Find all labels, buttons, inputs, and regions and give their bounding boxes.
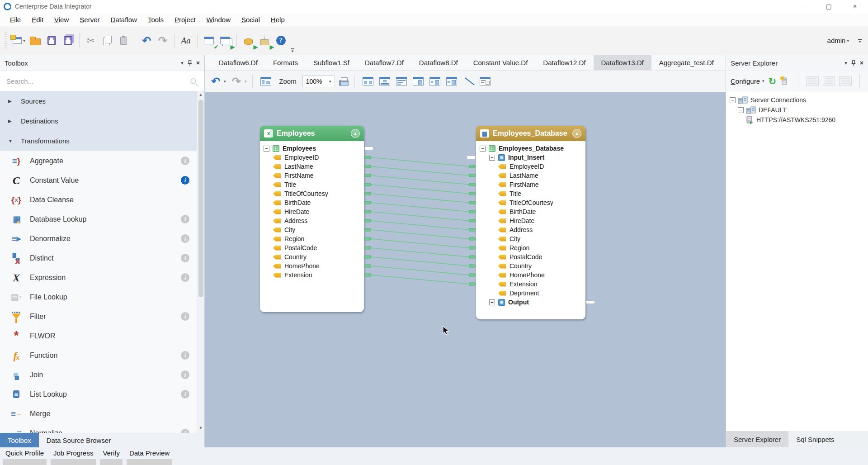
destination-field-row[interactable]: Region <box>476 243 585 252</box>
destination-node-header[interactable]: ▦ Employees_Database ▲ <box>476 126 585 141</box>
minimize-button[interactable]: — <box>789 0 816 13</box>
collapse-node-icon[interactable]: ▲ <box>351 129 360 138</box>
mapped-port[interactable] <box>469 256 476 259</box>
source-node-employees[interactable]: x Employees ▲ −EmployeesEmployeeIDLastNa… <box>260 126 364 312</box>
menu-item-social[interactable]: Social <box>236 14 265 26</box>
source-field-row[interactable]: City <box>260 225 364 234</box>
toolbox-item-denormalize[interactable]: ≡▶Denormalizei <box>0 229 197 248</box>
source-field-row[interactable]: PostalCode <box>260 243 364 252</box>
open-button[interactable] <box>28 33 42 48</box>
mapped-port[interactable] <box>469 165 476 168</box>
status-tab-quick-profile[interactable]: Quick Profile <box>3 449 47 465</box>
save-all-button[interactable] <box>61 33 75 48</box>
menu-item-window[interactable]: Window <box>201 14 236 26</box>
destination-field-row[interactable]: PostalCode <box>476 252 585 261</box>
mapped-port[interactable] <box>469 274 476 277</box>
destination-field-row[interactable]: TitleOfCourtesy <box>476 198 585 207</box>
scroll-up-icon[interactable]: ▲ <box>199 92 203 99</box>
destination-node-employees-database[interactable]: ▦ Employees_Database ▲ −Employees_Databa… <box>476 126 585 319</box>
mapped-port[interactable] <box>364 247 371 250</box>
toolbar-options-button[interactable]: ▾ <box>856 37 863 44</box>
menu-item-tools[interactable]: Tools <box>142 14 169 26</box>
mapped-port[interactable] <box>364 265 371 268</box>
collapse-icon[interactable]: − <box>738 107 744 113</box>
unmapped-port[interactable] <box>364 147 373 150</box>
toolbox-item-distinct[interactable]: ▚xDistincti <box>0 248 197 268</box>
mapped-port[interactable] <box>364 274 371 277</box>
mapped-port[interactable] <box>469 237 476 241</box>
undo-icon[interactable]: ↶ <box>211 76 220 87</box>
straight-links-icon[interactable] <box>463 76 474 86</box>
tree-node-default[interactable]: −DEFAULT <box>728 105 866 115</box>
mapped-port[interactable] <box>469 192 476 195</box>
destination-field-row[interactable]: BirthDate <box>476 207 585 216</box>
font-button[interactable]: Aa <box>179 33 193 48</box>
document-tab[interactable]: Aggregate_test.Df <box>651 55 722 70</box>
source-node-header[interactable]: x Employees ▲ <box>260 126 364 141</box>
document-tab[interactable]: Subflow1.Sf <box>306 55 357 70</box>
pin-icon[interactable] <box>188 60 192 66</box>
bottom-tab-data-source-browser[interactable]: Data Source Browser <box>39 433 119 447</box>
toolbox-item-join[interactable]: ■■Joini <box>0 365 197 384</box>
add-server-icon[interactable]: ✳ <box>780 76 788 85</box>
expand-both-icon[interactable] <box>446 77 457 85</box>
menu-item-project[interactable]: Project <box>169 14 201 26</box>
output-row[interactable]: +✳Output <box>476 298 585 307</box>
dataflow-canvas[interactable]: x Employees ▲ −EmployeesEmployeeIDLastNa… <box>205 92 726 447</box>
redo-button[interactable]: ↷ <box>156 33 170 48</box>
mapped-port[interactable] <box>364 219 371 223</box>
document-tab[interactable]: Dataflow7.Df <box>357 55 411 70</box>
toolbox-item-aggregate[interactable]: ≡}Aggregatei <box>0 151 197 171</box>
bottom-tab-server-explorer[interactable]: Server Explorer <box>726 431 788 447</box>
source-field-row[interactable]: Region <box>260 234 364 243</box>
menu-item-dataflow[interactable]: Dataflow <box>105 14 142 26</box>
mapped-port[interactable] <box>364 183 371 186</box>
toolbox-item-filter[interactable]: Filteri <box>0 307 197 326</box>
admin-menu[interactable]: admin ▾ ▾ <box>827 37 863 44</box>
collapse-icon[interactable]: − <box>730 97 736 103</box>
toolbox-item-expression[interactable]: XExpressioni <box>0 268 197 287</box>
close-button[interactable]: × <box>842 0 868 13</box>
window-position-icon[interactable]: ▾ <box>181 60 184 66</box>
window-position-icon[interactable]: ▾ <box>844 60 847 66</box>
configure-dropdown[interactable]: Configure <box>731 77 760 85</box>
undo-button[interactable]: ↶ <box>140 33 153 48</box>
document-tab[interactable]: Dataflow6.Df <box>211 55 265 70</box>
source-field-row[interactable]: Title <box>260 180 364 189</box>
document-tab[interactable]: Dataflow8.Df <box>411 55 466 70</box>
copy-button[interactable] <box>100 33 114 48</box>
source-field-row[interactable]: TitleOfCourtesy <box>260 189 364 198</box>
new-dataflow-button[interactable]: ▾ <box>12 33 26 48</box>
destination-root-row[interactable]: −Employees_Database <box>476 144 585 153</box>
menu-item-help[interactable]: Help <box>265 14 290 26</box>
pin-icon[interactable] <box>851 60 856 66</box>
restore-button[interactable]: ▢ <box>816 0 842 13</box>
mapped-port[interactable] <box>469 247 476 250</box>
mapped-port[interactable] <box>364 210 371 214</box>
destination-field-row[interactable]: HireDate <box>476 216 585 225</box>
toolbox-section-transformations[interactable]: ▼Transformations <box>0 131 197 151</box>
source-field-row[interactable]: Country <box>260 252 364 261</box>
toolbox-section-destinations[interactable]: ▶Destinations <box>0 111 197 131</box>
expand-left-icon[interactable] <box>429 77 440 85</box>
redo-icon[interactable]: ↷ <box>232 76 241 87</box>
document-tab[interactable]: Dataflow13.Df <box>594 55 651 70</box>
horizontal-layout-icon[interactable] <box>363 77 373 85</box>
search-input[interactable] <box>6 77 190 85</box>
collapse-icon[interactable]: − <box>489 155 495 161</box>
destination-field-row[interactable]: Extension <box>476 280 585 289</box>
chevron-down-icon[interactable]: ▾ <box>224 79 226 84</box>
document-tab[interactable]: Constant Value.Df <box>466 55 536 70</box>
toolbox-item-file-lookup[interactable]: ▤↑File Lookupi <box>0 287 197 307</box>
mapped-port[interactable] <box>364 192 371 195</box>
source-field-row[interactable]: Address <box>260 216 364 225</box>
destination-field-row[interactable]: EmployeeID <box>476 162 585 171</box>
toolbox-item-normalize[interactable]: →≡Normalizei <box>0 423 197 433</box>
document-tab[interactable]: Formats <box>265 55 306 70</box>
status-tab-verify[interactable]: Verify <box>100 449 123 465</box>
chevron-down-icon[interactable]: ▾ <box>245 79 247 84</box>
collapse-node-icon[interactable]: ▲ <box>572 129 581 138</box>
toolbox-item-function[interactable]: fxFunctioni <box>0 346 197 365</box>
paste-button[interactable] <box>117 33 130 48</box>
verify-dataflow-button[interactable]: ✔ <box>202 33 216 48</box>
